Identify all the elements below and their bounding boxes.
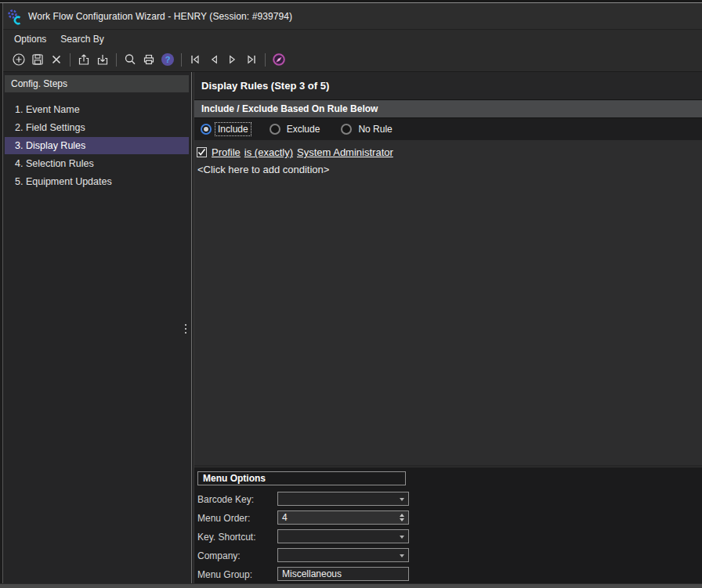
chevron-down-icon[interactable] bbox=[400, 498, 404, 501]
spinner-up-icon[interactable] bbox=[400, 514, 404, 517]
box-arrow-down-icon bbox=[96, 52, 110, 67]
radio-include-circle[interactable] bbox=[201, 124, 212, 135]
toolbar: ? bbox=[0, 48, 702, 72]
sidebar-item-event-name[interactable]: 1. Event Name bbox=[5, 101, 189, 118]
menu-order-label: Menu Order: bbox=[197, 511, 273, 525]
company-label: Company: bbox=[197, 549, 273, 563]
radio-exclude-circle[interactable] bbox=[270, 124, 280, 135]
question-circle-icon: ? bbox=[161, 52, 175, 67]
help-button[interactable]: ? bbox=[158, 50, 177, 69]
condition-operator-link[interactable]: is (exactly) bbox=[244, 146, 293, 158]
svg-text:?: ? bbox=[165, 55, 171, 64]
window-bottom-border bbox=[0, 583, 702, 588]
menu-options-panel: Menu Options Barcode Key: Menu Order: 4 bbox=[194, 467, 702, 583]
menu-bar: Options Search By bbox=[0, 29, 702, 48]
sidebar-item-display-rules[interactable]: 3. Display Rules bbox=[5, 137, 189, 154]
toolbar-separator bbox=[265, 53, 266, 67]
sidebar-items: 1. Event Name 2. Field Settings 3. Displ… bbox=[4, 101, 190, 190]
sidebar-header: Config. Steps bbox=[5, 75, 189, 92]
new-button[interactable] bbox=[9, 50, 28, 69]
export-button[interactable] bbox=[74, 50, 93, 69]
condition-checkbox[interactable] bbox=[197, 147, 207, 157]
company-row: Company: bbox=[197, 548, 273, 562]
nav-next-icon bbox=[226, 52, 240, 67]
page-title: Display Rules (Step 3 of 5) bbox=[194, 72, 702, 99]
last-record-button[interactable] bbox=[242, 50, 261, 69]
radio-include[interactable]: Include bbox=[201, 123, 251, 135]
radio-exclude-label[interactable]: Exclude bbox=[284, 123, 323, 135]
compass-icon bbox=[272, 52, 286, 67]
toolbar-separator bbox=[70, 53, 71, 67]
app-window: Work Flow Configuration Wizard - HENRY (… bbox=[0, 0, 702, 588]
nav-previous-icon bbox=[207, 52, 221, 67]
rule-type-radio-group: Include Exclude No Rule bbox=[194, 118, 702, 140]
menu-group-label: Menu Group: bbox=[197, 568, 273, 582]
radio-no-rule-circle[interactable] bbox=[341, 124, 352, 135]
sidebar-item-selection-rules[interactable]: 4. Selection Rules bbox=[5, 155, 189, 172]
import-button[interactable] bbox=[93, 50, 112, 69]
check-icon bbox=[197, 148, 206, 157]
key-shortcut-combobox[interactable] bbox=[277, 529, 409, 543]
barcode-key-label: Barcode Key: bbox=[197, 492, 273, 507]
menu-group-input[interactable]: Miscellaneous bbox=[277, 567, 409, 581]
window-title: Work Flow Configuration Wizard - HENRY (… bbox=[28, 11, 292, 22]
conditions-panel: Profile is (exactly) System Administrato… bbox=[194, 140, 702, 465]
key-shortcut-label: Key. Shortcut: bbox=[197, 530, 273, 544]
window-top-border bbox=[0, 0, 702, 3]
company-combobox[interactable] bbox=[277, 548, 409, 562]
box-arrow-up-icon bbox=[77, 52, 91, 67]
previous-record-button[interactable] bbox=[204, 50, 223, 69]
toolbar-separator bbox=[116, 53, 117, 67]
barcode-key-row: Barcode Key: bbox=[197, 492, 273, 506]
radio-exclude[interactable]: Exclude bbox=[270, 123, 323, 135]
nav-last-icon bbox=[244, 52, 259, 67]
window-left-border bbox=[0, 3, 3, 583]
toolbar-separator bbox=[181, 53, 182, 67]
menu-options[interactable]: Options bbox=[7, 31, 53, 47]
menu-order-spinner[interactable]: 4 bbox=[277, 510, 409, 525]
config-steps-sidebar: Config. Steps 1. Event Name 2. Field Set… bbox=[4, 72, 190, 583]
sidebar-item-equipment-updates[interactable]: 5. Equipment Updates bbox=[5, 173, 189, 190]
content-area: Config. Steps 1. Event Name 2. Field Set… bbox=[0, 72, 702, 583]
save-button[interactable] bbox=[28, 50, 47, 69]
navigate-button[interactable] bbox=[270, 50, 288, 69]
circle-plus-icon bbox=[12, 52, 26, 67]
radio-include-label[interactable]: Include bbox=[215, 123, 251, 135]
condition-field-link[interactable]: Profile bbox=[212, 146, 241, 158]
rule-section-header: Include / Exclude Based On Rule Below bbox=[194, 99, 702, 118]
main-panel: Display Rules (Step 3 of 5) Include / Ex… bbox=[194, 72, 702, 583]
sidebar-item-field-settings[interactable]: 2. Field Settings bbox=[5, 119, 189, 136]
splitter-grip-icon[interactable] bbox=[184, 324, 187, 336]
floppy-icon bbox=[31, 52, 45, 67]
condition-row: Profile is (exactly) System Administrato… bbox=[197, 146, 702, 158]
add-condition-link[interactable]: <Click here to add condition> bbox=[197, 164, 702, 175]
nav-first-icon bbox=[188, 52, 202, 67]
menu-options-header: Menu Options bbox=[197, 471, 406, 485]
radio-no-rule[interactable]: No Rule bbox=[341, 123, 394, 135]
menu-order-row: Menu Order: 4 bbox=[197, 510, 273, 525]
barcode-key-combobox[interactable] bbox=[277, 492, 409, 506]
spinner-down-icon[interactable] bbox=[400, 518, 404, 521]
chevron-down-icon[interactable] bbox=[400, 554, 404, 557]
menu-group-row: Menu Group: Miscellaneous bbox=[197, 567, 273, 581]
printer-icon bbox=[142, 52, 156, 67]
title-bar[interactable]: Work Flow Configuration Wizard - HENRY (… bbox=[0, 3, 702, 29]
x-icon bbox=[49, 52, 63, 67]
menu-search-by[interactable]: Search By bbox=[53, 31, 110, 47]
key-shortcut-row: Key. Shortcut: bbox=[197, 529, 273, 543]
print-button[interactable] bbox=[139, 50, 158, 69]
magnifier-icon bbox=[123, 52, 137, 67]
condition-value-link[interactable]: System Administrator bbox=[297, 146, 393, 158]
search-button[interactable] bbox=[121, 50, 139, 69]
chevron-down-icon[interactable] bbox=[400, 536, 404, 539]
first-record-button[interactable] bbox=[186, 50, 204, 69]
radio-no-rule-label[interactable]: No Rule bbox=[356, 123, 394, 135]
next-record-button[interactable] bbox=[223, 50, 242, 69]
app-logo-icon bbox=[6, 8, 24, 25]
delete-button[interactable] bbox=[47, 50, 66, 69]
